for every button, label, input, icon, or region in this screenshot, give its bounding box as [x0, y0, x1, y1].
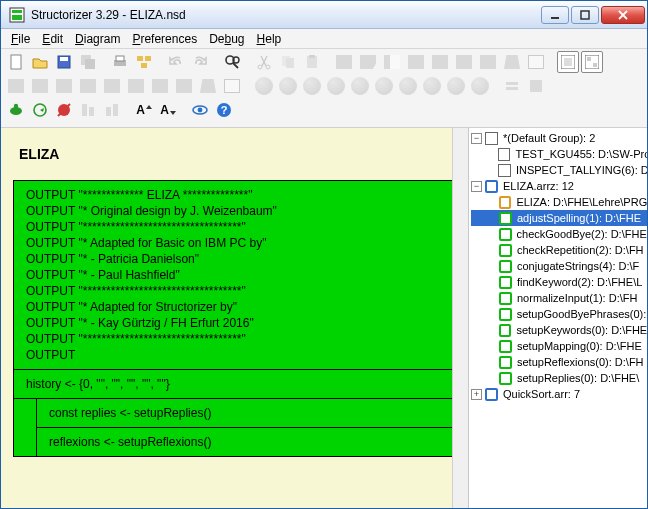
frame1-button[interactable]: [557, 51, 579, 73]
paste-button[interactable]: [301, 51, 323, 73]
grn-icon: [499, 244, 512, 257]
grp10-button[interactable]: [221, 75, 243, 97]
turtle-button[interactable]: [5, 99, 27, 121]
tree-item-eliza-11[interactable]: setupReplies(0): D:\FHE\: [471, 370, 647, 386]
tree-item-eliza-4[interactable]: conjugateStrings(4): D:\F: [471, 258, 647, 274]
svg-rect-1: [12, 10, 22, 13]
tree-item-eliza-3[interactable]: checkRepetition(2): D:\FH: [471, 242, 647, 258]
tree-scroll[interactable]: −*(Default Group): 2TEST_KGU455: D:\SW-P…: [471, 130, 647, 509]
menubar: File Edit Diagram Preferences Debug Help: [1, 29, 647, 49]
new-button[interactable]: [5, 51, 27, 73]
shape8-button[interactable]: [501, 51, 523, 73]
redo-button[interactable]: [189, 51, 211, 73]
nsd-inner-2[interactable]: reflexions <- setupReflexions(): [37, 428, 455, 456]
expander-icon[interactable]: −: [471, 133, 482, 144]
help-button[interactable]: ?: [213, 99, 235, 121]
nsd-canvas[interactable]: ELIZA OUTPUT "************* ELIZA ******…: [13, 136, 468, 509]
color6-button[interactable]: [373, 75, 395, 97]
arrange-button[interactable]: [133, 51, 155, 73]
find-button[interactable]: [221, 51, 243, 73]
tree-item-eliza-2[interactable]: checkGoodBye(2): D:\FHE: [471, 226, 647, 242]
tree-item-eliza-9[interactable]: setupMapping(0): D:\FHE: [471, 338, 647, 354]
menu-help[interactable]: Help: [251, 30, 288, 48]
color9-button[interactable]: [445, 75, 467, 97]
maximize-button[interactable]: [571, 6, 599, 24]
print-button[interactable]: [109, 51, 131, 73]
tree-item-eliza-0[interactable]: ELIZA: D:\FHE\Lehre\PRG: [471, 194, 647, 210]
nsd-history-block[interactable]: history <- {0, "", "", "", "", ""}: [14, 370, 455, 399]
nsd-diagram[interactable]: OUTPUT "************* ELIZA ************…: [13, 180, 456, 457]
tree-item-default-1[interactable]: INSPECT_TALLYING(6): D: [471, 162, 647, 178]
menu-preferences[interactable]: Preferences: [126, 30, 203, 48]
svg-rect-27: [564, 58, 572, 66]
grp4-button[interactable]: [77, 75, 99, 97]
grp9-button[interactable]: [197, 75, 219, 97]
cut-button[interactable]: [253, 51, 275, 73]
breakpoint-toggle-button[interactable]: [53, 99, 75, 121]
color3-button[interactable]: [301, 75, 323, 97]
color1-button[interactable]: [253, 75, 275, 97]
tree-item-eliza-7[interactable]: setupGoodByePhrases(0):: [471, 306, 647, 322]
svg-point-35: [14, 104, 18, 108]
grp7-button[interactable]: [149, 75, 171, 97]
run-button[interactable]: [29, 99, 51, 121]
shape1-button[interactable]: [333, 51, 355, 73]
expander-icon[interactable]: −: [471, 181, 482, 192]
undo-button[interactable]: [165, 51, 187, 73]
svg-rect-41: [106, 107, 111, 116]
nsd-output-block[interactable]: OUTPUT "************* ELIZA ************…: [14, 181, 455, 370]
shape7-button[interactable]: [477, 51, 499, 73]
eye-button[interactable]: [189, 99, 211, 121]
grp1-button[interactable]: [5, 75, 27, 97]
tree-item-default-0[interactable]: TEST_KGU455: D:\SW-Pro: [471, 146, 647, 162]
menu-file[interactable]: File: [5, 30, 36, 48]
grp3-button[interactable]: [53, 75, 75, 97]
canvas-vscrollbar[interactable]: [452, 128, 468, 509]
font-decrease-button[interactable]: A: [157, 99, 179, 121]
save-button[interactable]: [53, 51, 75, 73]
grp6-button[interactable]: [125, 75, 147, 97]
tree-group-default[interactable]: −*(Default Group): 2: [471, 130, 647, 146]
tree-item-eliza-10[interactable]: setupReflexions(0): D:\FH: [471, 354, 647, 370]
menu-debug[interactable]: Debug: [203, 30, 250, 48]
tree-label: setupGoodByePhrases(0):: [515, 308, 647, 320]
menu-edit[interactable]: Edit: [36, 30, 69, 48]
copy-button[interactable]: [277, 51, 299, 73]
app-icon: [9, 7, 25, 23]
frame2-button[interactable]: [581, 51, 603, 73]
color4-button[interactable]: [325, 75, 347, 97]
minimize-button[interactable]: [541, 6, 569, 24]
open-button[interactable]: [29, 51, 51, 73]
font-increase-button[interactable]: A: [133, 99, 155, 121]
color10-button[interactable]: [469, 75, 491, 97]
tree-item-eliza-1[interactable]: adjustSpelling(1): D:\FHE: [471, 210, 647, 226]
color2-button[interactable]: [277, 75, 299, 97]
color7-button[interactable]: [397, 75, 419, 97]
align2-button[interactable]: [101, 99, 123, 121]
tree-group-quicksort[interactable]: +QuickSort.arr: 7: [471, 386, 647, 402]
tree-item-eliza-5[interactable]: findKeyword(2): D:\FHE\L: [471, 274, 647, 290]
close-button[interactable]: [601, 6, 645, 24]
shape3-button[interactable]: [381, 51, 403, 73]
color8-button[interactable]: [421, 75, 443, 97]
grp8-button[interactable]: [173, 75, 195, 97]
color5-button[interactable]: [349, 75, 371, 97]
shape9-button[interactable]: [525, 51, 547, 73]
expand-button[interactable]: [525, 75, 547, 97]
tree-group-eliza[interactable]: −ELIZA.arrz: 12: [471, 178, 647, 194]
nsd-inner-1[interactable]: const replies <- setupReplies(): [37, 399, 455, 428]
menu-diagram[interactable]: Diagram: [69, 30, 126, 48]
shape2-button[interactable]: [357, 51, 379, 73]
grp5-button[interactable]: [101, 75, 123, 97]
tree-item-eliza-8[interactable]: setupKeywords(0): D:\FHE: [471, 322, 647, 338]
shape4-button[interactable]: [405, 51, 427, 73]
tree-item-eliza-6[interactable]: normalizeInput(1): D:\FH: [471, 290, 647, 306]
collapse-button[interactable]: [501, 75, 523, 97]
save-all-button[interactable]: [77, 51, 99, 73]
shape6-button[interactable]: [453, 51, 475, 73]
grp2-button[interactable]: [29, 75, 51, 97]
expander-icon[interactable]: +: [471, 389, 482, 400]
align1-button[interactable]: [77, 99, 99, 121]
svg-rect-9: [60, 57, 68, 61]
shape5-button[interactable]: [429, 51, 451, 73]
